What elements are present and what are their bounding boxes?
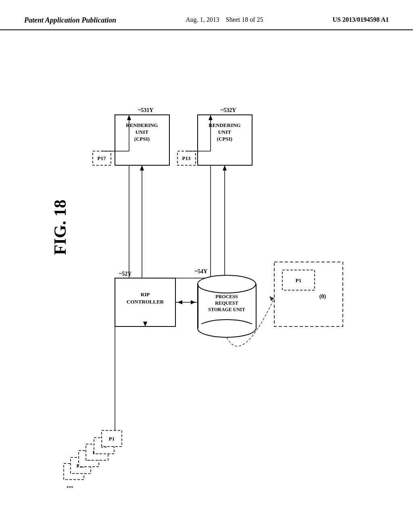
svg-text:STORAGE UNIT: STORAGE UNIT: [208, 307, 245, 312]
svg-marker-44: [191, 300, 196, 304]
page-header: Patent Application Publication Aug. 1, 2…: [0, 16, 413, 30]
svg-text:RENDERING: RENDERING: [126, 122, 158, 128]
svg-point-33: [198, 275, 256, 293]
svg-text:UNIT: UNIT: [136, 129, 149, 135]
svg-text:(CPSI): (CPSI): [134, 136, 150, 142]
svg-text:P13: P13: [182, 155, 191, 161]
svg-rect-35: [198, 324, 256, 329]
header-center: Aug. 1, 2013 Sheet 18 of 25: [186, 16, 263, 23]
svg-text:RENDERING: RENDERING: [209, 122, 240, 128]
svg-text:...: ...: [67, 480, 73, 490]
svg-marker-43: [177, 300, 182, 304]
svg-text:UNIT: UNIT: [218, 129, 232, 135]
svg-text:P17: P17: [98, 155, 106, 161]
header-sheet: Sheet 18 of 25: [226, 16, 263, 23]
svg-text:~54Y: ~54Y: [195, 268, 207, 274]
svg-text:(0): (0): [319, 293, 326, 300]
svg-text:RIP: RIP: [141, 291, 150, 297]
svg-marker-31: [223, 165, 227, 170]
svg-text:~52Y: ~52Y: [119, 271, 131, 277]
svg-text:~531Y: ~531Y: [138, 107, 153, 113]
diagram-svg: ~531Y RENDERING UNIT (CPSI) ~532Y RENDER…: [0, 40, 413, 532]
svg-text:CONTROLLER: CONTROLLER: [127, 299, 164, 305]
svg-text:~532Y: ~532Y: [221, 107, 236, 113]
svg-text:P1: P1: [109, 436, 115, 442]
header-publication-label: Patent Application Publication: [24, 16, 116, 25]
svg-text:(CPSI): (CPSI): [217, 136, 232, 142]
svg-text:PROCESS: PROCESS: [215, 294, 238, 299]
svg-marker-30: [140, 165, 144, 170]
header-date: Aug. 1, 2013: [186, 16, 219, 23]
svg-text:P1: P1: [296, 277, 301, 283]
header-patent-number: US 2013/0194598 A1: [332, 16, 389, 23]
svg-text:REQUEST: REQUEST: [215, 300, 238, 306]
